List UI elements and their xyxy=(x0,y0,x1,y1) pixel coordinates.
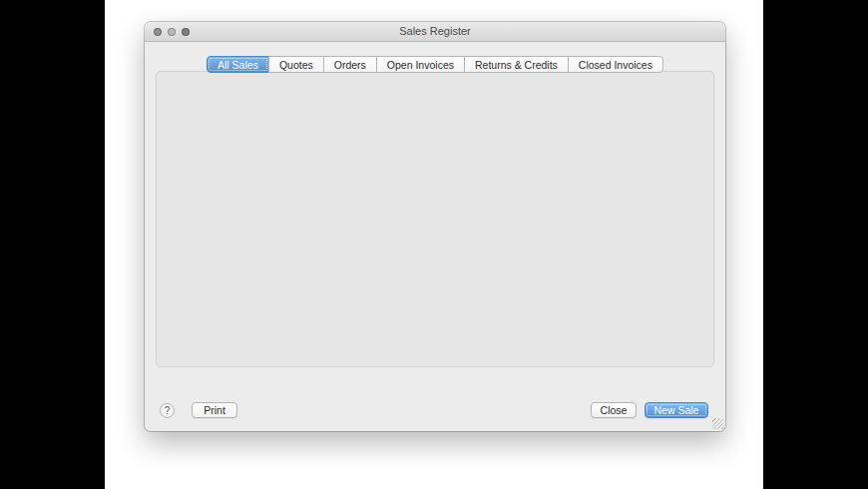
tab-quotes[interactable]: Quotes xyxy=(268,56,324,73)
tab-open-invoices[interactable]: Open Invoices xyxy=(376,56,465,73)
tab-closed-invoices[interactable]: Closed Invoices xyxy=(568,56,663,73)
new-sale-button[interactable]: New Sale xyxy=(645,402,708,418)
resize-grip[interactable] xyxy=(712,418,723,429)
title-bar[interactable]: Sales Register xyxy=(145,22,725,42)
sales-register-window: Sales Register All SalesQuotesOrdersOpen… xyxy=(145,22,725,431)
screen: Sales Register All SalesQuotesOrdersOpen… xyxy=(0,0,868,489)
tab-bar: All SalesQuotesOrdersOpen InvoicesReturn… xyxy=(145,56,725,73)
help-button[interactable]: ? xyxy=(160,403,175,418)
tab-content-pane xyxy=(156,71,714,367)
window-title: Sales Register xyxy=(145,25,725,37)
tab-all-sales[interactable]: All Sales xyxy=(207,56,269,73)
close-button[interactable]: Close xyxy=(591,402,637,418)
right-letterbox xyxy=(763,0,868,489)
tab-orders[interactable]: Orders xyxy=(323,56,377,73)
tab-returns-credits[interactable]: Returns & Credits xyxy=(464,56,569,73)
left-letterbox xyxy=(0,0,105,489)
print-button[interactable]: Print xyxy=(192,402,237,418)
